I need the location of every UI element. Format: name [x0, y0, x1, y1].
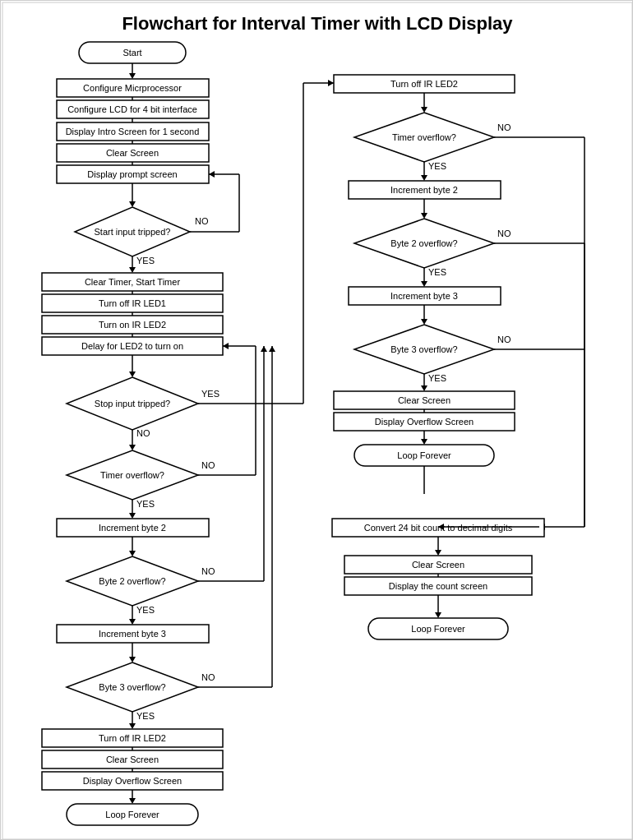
byte3-overflow-l-label: Byte 3 overflow?: [99, 682, 165, 692]
no-timer-overflow-r: NO: [497, 122, 511, 132]
svg-marker-111: [435, 612, 441, 618]
svg-marker-46: [129, 551, 136, 556]
svg-marker-2: [129, 73, 136, 79]
yes-byte3-overflow-l: YES: [136, 711, 155, 721]
display-prompt-label: Display prompt screen: [87, 169, 177, 179]
svg-marker-68: [129, 798, 136, 804]
svg-marker-20: [129, 267, 136, 273]
svg-marker-34: [328, 80, 334, 86]
turn-on-led2-label: Turn on IR LED2: [99, 320, 166, 330]
svg-marker-52: [129, 619, 136, 625]
yes-byte2-overflow-l: YES: [136, 605, 155, 615]
turn-off-led2-l-label: Turn off IR LED2: [99, 733, 166, 743]
page: Flowchart for Interval Timer with LCD Di…: [0, 0, 633, 840]
no-start-input: NO: [195, 216, 209, 226]
byte3-overflow-r-label: Byte 3 overflow?: [390, 344, 457, 354]
svg-marker-99: [421, 439, 427, 445]
no-stop-input: NO: [136, 428, 150, 438]
increment-byte3-r-label: Increment byte 3: [390, 291, 458, 301]
stop-input-label: Stop input tripped?: [95, 399, 170, 408]
svg-marker-55: [129, 657, 136, 662]
loop-forever-l-label: Loop Forever: [105, 810, 159, 819]
no-timer-overflow-l: NO: [201, 460, 215, 470]
yes-timer-overflow-r: YES: [428, 161, 446, 171]
start-label: Start: [122, 48, 141, 58]
svg-marker-13: [129, 201, 136, 207]
svg-marker-87: [421, 281, 427, 287]
svg-marker-106: [435, 550, 441, 556]
loop-forever-r1-label: Loop Forever: [397, 450, 451, 460]
turn-off-led2-r-label: Turn off IR LED2: [390, 79, 458, 89]
svg-marker-90: [421, 319, 427, 325]
clear-screen-r2-label: Clear Screen: [412, 560, 464, 570]
no-byte3-overflow-r: NO: [497, 335, 511, 344]
svg-marker-36: [129, 445, 136, 450]
display-intro-label: Display Intro Screen for 1 second: [66, 127, 200, 136]
clear-timer-label: Clear Timer, Start Timer: [85, 277, 180, 287]
yes-start-input: YES: [136, 256, 155, 265]
yes-byte3-overflow-r: YES: [428, 373, 446, 383]
convert-24bit-label: Convert 24 bit count to decimal digits: [364, 523, 513, 533]
clear-screen-1-label: Clear Screen: [106, 148, 159, 158]
delay-led2-label: Delay for LED2 to turn on: [81, 341, 183, 351]
no-byte3-overflow-l: NO: [201, 672, 215, 682]
svg-marker-72: [421, 107, 427, 113]
yes-byte2-overflow-r: YES: [428, 267, 446, 277]
byte2-overflow-r-label: Byte 2 overflow?: [390, 238, 457, 248]
loop-forever-r2-label: Loop Forever: [411, 624, 465, 634]
start-input-label: Start input tripped?: [95, 227, 171, 237]
no-byte2-overflow-l: NO: [201, 566, 215, 576]
clear-screen-l-label: Clear Screen: [106, 755, 159, 764]
no-byte2-overflow-r: NO: [497, 228, 511, 238]
svg-marker-94: [421, 385, 427, 391]
clear-screen-r1-label: Clear Screen: [398, 395, 450, 405]
increment-byte2-l-label: Increment byte 2: [99, 523, 166, 533]
svg-marker-43: [129, 513, 136, 519]
byte2-overflow-l-label: Byte 2 overflow?: [99, 576, 165, 586]
display-overflow-l-label: Display Overflow Screen: [83, 776, 182, 786]
timer-overflow-r-label: Timer overflow?: [392, 132, 456, 142]
timer-overflow-l-label: Timer overflow?: [100, 470, 164, 480]
configure-lcd-label: Configure LCD for 4 bit interface: [67, 104, 197, 114]
yes-stop-input: YES: [201, 389, 219, 399]
svg-marker-29: [129, 372, 136, 377]
increment-byte3-l-label: Increment byte 3: [99, 629, 166, 639]
svg-marker-59: [269, 346, 275, 352]
svg-marker-50: [261, 346, 267, 352]
display-count-label: Display the count screen: [389, 581, 487, 591]
svg-marker-18: [209, 171, 215, 178]
turn-off-led1-label: Turn off IR LED1: [99, 298, 166, 308]
svg-marker-61: [129, 723, 136, 729]
svg-marker-82: [421, 213, 427, 219]
title: Flowchart for Interval Timer with LCD Di…: [122, 13, 513, 34]
yes-timer-overflow-l: YES: [136, 499, 155, 509]
svg-marker-79: [421, 175, 427, 181]
display-overflow-r-label: Display Overflow Screen: [375, 417, 474, 427]
configure-mcu-label: Configure Micrprocessor: [83, 83, 182, 93]
increment-byte2-r-label: Increment byte 2: [390, 185, 458, 195]
svg-marker-41: [223, 343, 229, 349]
